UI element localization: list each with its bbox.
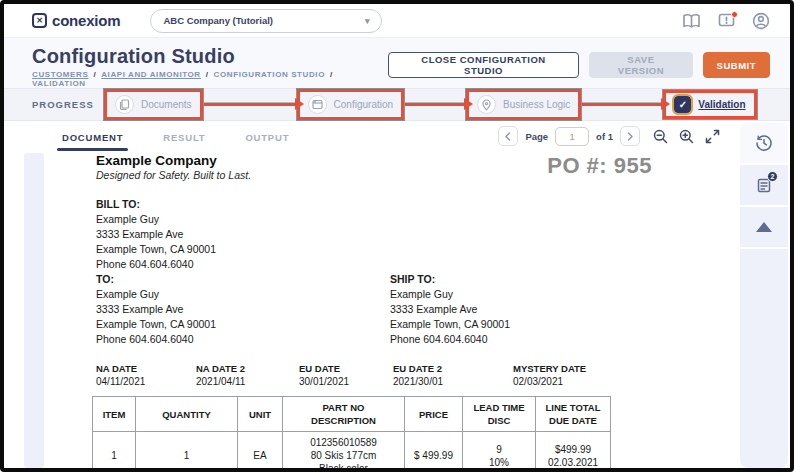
annotation-box-documents: Documents	[104, 89, 203, 120]
save-version-button[interactable]: SAVE VERSION	[589, 52, 692, 78]
address-line: 3333 Example Ave	[96, 227, 656, 242]
business-logic-step-icon[interactable]	[477, 95, 496, 114]
page-label: Page	[525, 131, 548, 142]
fullscreen-icon[interactable]	[705, 129, 720, 144]
date-field: EU DATE 2 2021/30/01	[393, 362, 513, 388]
documentation-book-icon[interactable]	[682, 13, 701, 29]
table-row: 1 1 EA 012356010589 80 Skis 177cm Black …	[93, 432, 611, 469]
brand-logo: ✕ conexiom	[32, 12, 120, 29]
address-line: Example Guy	[96, 287, 390, 302]
table-cell: $ 499.99	[405, 432, 463, 469]
company-selector-value: ABC Company (Tutorial)	[163, 15, 273, 26]
zoom-in-icon[interactable]	[679, 129, 694, 144]
page-number-input[interactable]	[555, 127, 589, 146]
zoom-controls	[653, 129, 720, 144]
documents-step-icon[interactable]	[115, 95, 134, 114]
column-header: LEAD TIME DISC	[463, 397, 536, 432]
purchase-order-document: Example Company Designed for Safety. Bui…	[96, 153, 656, 468]
page-title: Configuration Studio	[32, 45, 388, 68]
column-header: UNIT	[238, 397, 283, 432]
tab-output[interactable]: OUTPUT	[245, 123, 289, 150]
company-tagline: Designed for Safety. Built to Last.	[96, 169, 251, 181]
tab-document[interactable]: DOCUMENT	[62, 123, 123, 150]
table-cell: 1	[136, 432, 238, 469]
date-value: 02/03/2021	[513, 375, 586, 388]
business-logic-step-label[interactable]: Business Logic	[503, 99, 570, 110]
account-avatar-icon[interactable]	[752, 12, 770, 30]
breadcrumb-aiapi-and-aimonitor[interactable]: AIAPI AND AIMONITOR	[101, 70, 213, 79]
address-line: 3333 Example Ave	[96, 302, 390, 317]
page-of-label: of 1	[596, 131, 613, 142]
configuration-step-icon[interactable]	[308, 95, 327, 114]
table-cell: $499.99 02.03.2021	[536, 432, 611, 469]
table-cell: 012356010589 80 Skis 177cm Black color	[283, 432, 405, 469]
column-header: LINE TOTAL DUE DATE	[536, 397, 611, 432]
date-field: NA DATE 04/11/2021	[96, 362, 196, 388]
history-icon[interactable]	[740, 123, 788, 165]
date-label: EU DATE 2	[393, 362, 513, 375]
breadcrumb-validation: VALIDATION	[32, 79, 86, 88]
address-line: Example Town, CA 90001	[96, 317, 390, 332]
tab-result[interactable]: RESULT	[163, 123, 205, 150]
notification-dot	[731, 11, 738, 18]
ship-to-block: SHIP TO: Example Guy 3333 Example Ave Ex…	[390, 272, 510, 347]
column-header: QUANTITY	[136, 397, 238, 432]
column-header: PART NO DESCRIPTION	[283, 397, 405, 432]
po-number: PO #: 955	[547, 155, 652, 177]
date-field: MYSTERY DATE 02/03/2021	[513, 362, 586, 388]
dates-row: NA DATE 04/11/2021 NA DATE 2 2021/04/11 …	[96, 362, 656, 388]
bill-to-label: BILL TO:	[96, 197, 656, 212]
validation-step-label[interactable]: Validation	[698, 99, 745, 110]
arrow-head-icon	[295, 98, 304, 110]
logo-text: conexiom	[52, 12, 120, 29]
annotations-count-badge: 2	[767, 171, 778, 182]
address-line: Example Guy	[96, 212, 656, 227]
annotations-icon[interactable]: 2	[740, 165, 788, 207]
date-label: EU DATE	[299, 362, 393, 375]
validation-step-icon[interactable]: ✓	[674, 96, 691, 113]
company-selector-dropdown[interactable]: ABC Company (Tutorial) ▾	[150, 9, 382, 33]
date-field: NA DATE 2 2021/04/11	[196, 362, 299, 388]
submit-button[interactable]: SUBMIT	[703, 52, 770, 78]
column-header: PRICE	[405, 397, 463, 432]
close-configuration-studio-button[interactable]: CLOSE CONFIGURATION STUDIO	[388, 52, 580, 78]
right-tool-rail: 2	[740, 123, 788, 468]
annotation-box-validation: ✓ Validation	[663, 90, 756, 119]
arrow-head-icon	[464, 98, 473, 110]
annotation-arrow-2	[405, 103, 465, 107]
address-line: Phone 604.604.6040	[96, 257, 656, 272]
date-value: 2021/04/11	[196, 375, 299, 388]
date-value: 04/11/2021	[96, 375, 196, 388]
page-prev-button[interactable]	[498, 126, 518, 146]
address-line: Phone 604.604.6040	[96, 332, 390, 347]
address-line: Example Guy	[390, 287, 510, 302]
page-next-button[interactable]	[620, 126, 640, 146]
address-line: Example Town, CA 90001	[390, 317, 510, 332]
viewer-tab-bar: DOCUMENT RESULT OUTPUT Page of 1	[4, 121, 732, 151]
documents-step-label[interactable]: Documents	[141, 99, 192, 110]
table-cell: 1	[93, 432, 136, 469]
header-buttons: CLOSE CONFIGURATION STUDIO SAVE VERSION …	[388, 52, 770, 88]
date-label: NA DATE	[96, 362, 196, 375]
date-value: 30/01/2021	[299, 375, 393, 388]
company-name: Example Company	[96, 153, 251, 168]
upload-eject-icon[interactable]	[740, 207, 788, 249]
notifications-alert-icon[interactable]	[718, 13, 735, 29]
table-cell: 9 10%	[463, 432, 536, 469]
zoom-out-icon[interactable]	[653, 129, 668, 144]
table-header-row: ITEM QUANTITY UNIT PART NO DESCRIPTION P…	[93, 397, 611, 432]
annotation-arrow-1	[204, 103, 296, 107]
column-header: ITEM	[93, 397, 136, 432]
breadcrumb: CUSTOMERSAIAPI AND AIMONITORCONFIGURATIO…	[32, 70, 388, 88]
to-block: TO: Example Guy 3333 Example Ave Example…	[96, 272, 390, 347]
page-header: Configuration Studio CUSTOMERSAIAPI AND …	[4, 38, 790, 88]
to-shipto-row: TO: Example Guy 3333 Example Ave Example…	[96, 272, 656, 347]
viewer-workspace: DOCUMENT RESULT OUTPUT Page of 1	[4, 121, 790, 468]
bill-to-block: BILL TO: Example Guy 3333 Example Ave Ex…	[96, 197, 656, 272]
configuration-step-label[interactable]: Configuration	[334, 99, 393, 110]
document-page-gutter	[24, 153, 44, 468]
to-label: TO:	[96, 272, 390, 287]
top-bar: ✕ conexiom ABC Company (Tutorial) ▾	[4, 4, 790, 38]
triangle-icon	[756, 222, 772, 232]
breadcrumb-customers[interactable]: CUSTOMERS	[32, 70, 101, 79]
